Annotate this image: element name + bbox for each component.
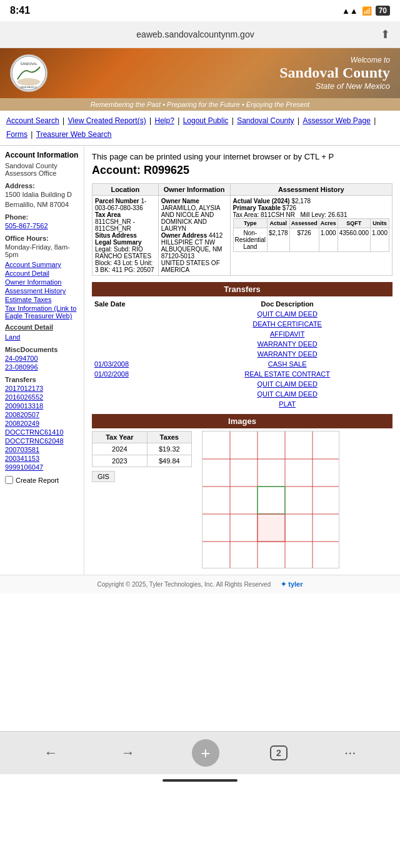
nav-assessor-web[interactable]: Assessor Web Page (302, 116, 371, 125)
transfer-0[interactable]: 2017012173 (5, 385, 79, 392)
transfer-2[interactable]: 2009013318 (5, 402, 79, 410)
tax-table: Tax Year Taxes 2024 $19.32 2023 $49.84 (92, 431, 192, 467)
account-number: Account: R099625 (92, 164, 392, 177)
svg-rect-14 (258, 514, 285, 542)
transfer-link-1[interactable]: DEATH CERTIFICATE (252, 320, 322, 328)
tax-section: Tax Year Taxes 2024 $19.32 2023 $49.84 (92, 431, 192, 485)
battery-indicator: 70 (376, 6, 390, 16)
print-notice: This page can be printed using your inte… (92, 152, 392, 161)
transfer-7[interactable]: 200703581 (5, 446, 79, 453)
transfer-row: QUIT CLAIM DEED (92, 389, 392, 399)
browser-bar: eaweb.sandovalcountynm.gov ⬆ (0, 21, 400, 48)
svg-text:NEW MEXICO: NEW MEXICO (21, 86, 37, 89)
map-image (202, 431, 339, 568)
link-account-detail[interactable]: Account Detail (5, 270, 79, 277)
misc-docs-title: MiscDocuments (5, 346, 79, 353)
link-estimate-taxes[interactable]: Estimate Taxes (5, 296, 79, 303)
city-state: Bernalillo, NM 87004 (5, 201, 79, 208)
link-owner-info[interactable]: Owner Information (5, 278, 79, 286)
link-assessment-history[interactable]: Assessment History (5, 287, 79, 295)
assessment-header: Assessment History (230, 184, 392, 196)
more-button[interactable]: ··· (338, 742, 362, 764)
add-tab-button[interactable]: + (192, 739, 219, 767)
transfer-5[interactable]: DOCCTRNC61410 (5, 428, 79, 436)
create-report-checkbox[interactable] (5, 476, 13, 484)
bottom-nav[interactable]: ← → + 2 ··· (0, 731, 400, 774)
transfer-link-6[interactable]: REAL ESTATE CONTRACT (244, 370, 330, 378)
forward-button[interactable]: → (115, 742, 141, 764)
transfer-6[interactable]: DOCCTRNC62048 (5, 437, 79, 445)
tabs-button[interactable]: 2 (270, 745, 288, 760)
county-logo: SANDOVAL NEW MEXICO (10, 54, 48, 92)
account-info-title: Account Information (5, 151, 79, 159)
link-land[interactable]: Land (5, 333, 79, 341)
transfer-link-5[interactable]: CASH SALE (268, 360, 307, 368)
transfer-4[interactable]: 200820249 (5, 420, 79, 427)
nav-account-search[interactable]: Account Search (6, 116, 59, 125)
transfer-row: 01/02/2008 REAL ESTATE CONTRACT (92, 369, 392, 379)
transfer-row: QUIT CLAIM DEED (92, 309, 392, 319)
nav-logout[interactable]: Logout Public (183, 116, 229, 125)
transfer-link-9[interactable]: PLAT (279, 400, 296, 408)
transfer-link-3[interactable]: WARRANTY DEED (258, 340, 318, 348)
images-section: Tax Year Taxes 2024 $19.32 2023 $49.84 (92, 431, 392, 568)
owner-data: Owner Name JARAMILLO, ALYSIA AND NICOLE … (158, 196, 230, 276)
address-label: Address: (5, 182, 79, 189)
header-banner: SANDOVAL NEW MEXICO Welcome to Sandoval … (0, 48, 400, 98)
transfer-row: 01/03/2008 CASH SALE (92, 359, 392, 369)
nav-sandoval-county[interactable]: Sandoval County (237, 116, 294, 125)
wifi-icon: 📶 (362, 6, 372, 16)
welcome-text: Welcome to (279, 56, 390, 64)
phone-label: Phone: (5, 213, 79, 221)
transfer-9[interactable]: 9999106047 (5, 463, 79, 471)
time: 8:41 (10, 5, 30, 16)
location-data: Parcel Number 1-003-067-080-336 Tax Area… (92, 196, 159, 276)
nav-view-report[interactable]: View Created Report(s) (68, 116, 146, 125)
transfer-link-0[interactable]: QUIT CLAIM DEED (257, 310, 317, 318)
transfer-link-4[interactable]: WARRANTY DEED (258, 350, 318, 358)
nav-forms[interactable]: Forms (6, 130, 28, 139)
phone-link[interactable]: 505-867-7562 (5, 222, 79, 230)
link-account-summary[interactable]: Account Summary (5, 261, 79, 268)
county-name: Sandoval County (279, 64, 390, 81)
gis-tab[interactable]: GIS (92, 471, 115, 482)
main-layout: Account Information Sandoval County Asse… (0, 146, 400, 575)
tax-row-0: 2024 $19.32 (92, 443, 192, 455)
nav-bar: Account Search | View Created Report(s) … (0, 111, 400, 146)
share-icon[interactable]: ⬆ (381, 28, 390, 41)
copyright: Copyright © 2025, Tyler Technologies, In… (98, 581, 271, 588)
tax-row-1: 2023 $49.84 (92, 455, 192, 467)
transfer-3[interactable]: 200820507 (5, 411, 79, 418)
home-indicator (162, 779, 238, 782)
map-svg (202, 431, 339, 568)
transfer-1[interactable]: 2016026552 (5, 393, 79, 401)
location-header: Location (92, 184, 159, 196)
transfer-8[interactable]: 200341153 (5, 455, 79, 462)
transfer-link-7[interactable]: QUIT CLAIM DEED (257, 380, 317, 388)
nav-treasurer[interactable]: Treasurer Web Search (36, 130, 112, 139)
transfer-row: PLAT (92, 399, 392, 409)
transfer-date-5[interactable]: 01/03/2008 (94, 360, 129, 368)
transfers-title: Transfers (5, 376, 79, 383)
assessment-inner-table: Type Actual Assessed Acres SQFT Units (233, 218, 389, 252)
account-detail-title: Account Detail (5, 323, 79, 331)
state-name: State of New Mexico (279, 81, 390, 91)
back-button[interactable]: ← (38, 742, 64, 764)
status-bar: 8:41 ▲▲ 📶 70 (0, 0, 400, 21)
misc-doc-0[interactable]: 24-094700 (5, 355, 79, 362)
create-report-label[interactable]: Create Report (5, 476, 79, 484)
empty-space (0, 593, 400, 731)
misc-doc-1[interactable]: 23-080996 (5, 363, 79, 371)
owner-header: Owner Information (158, 184, 230, 196)
transfer-link-8[interactable]: QUIT CLAIM DEED (257, 390, 317, 398)
link-tax-info[interactable]: Tax Information (Link to Eagle Treasurer… (5, 305, 79, 320)
doc-desc-header: Doc Description (182, 299, 392, 309)
url-bar[interactable]: eaweb.sandovalcountynm.gov (10, 29, 381, 39)
nav-help[interactable]: Help? (154, 116, 174, 125)
tyler-logo: ✦ tyler (281, 580, 302, 588)
status-icons: ▲▲ 📶 70 (342, 6, 390, 16)
signal-icon: ▲▲ (342, 6, 358, 16)
transfer-link-2[interactable]: AFFIDAVIT (270, 330, 304, 338)
assessment-data: Actual Value (2024) $2,178 Primary Taxab… (230, 196, 392, 276)
transfer-date-6[interactable]: 01/02/2008 (94, 370, 129, 378)
